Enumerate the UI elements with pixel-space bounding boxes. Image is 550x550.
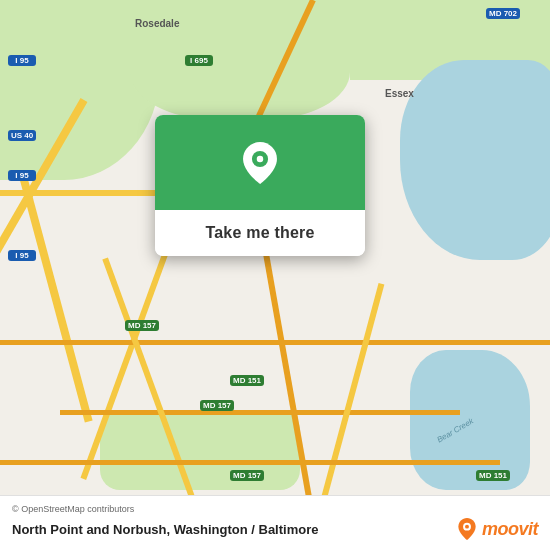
location-name: North Point and Norbush, Washington / Ba… <box>12 522 318 537</box>
road-shield-md151-1: MD 151 <box>230 375 264 386</box>
attribution-text: © OpenStreetMap contributors <box>12 504 538 514</box>
road-shield-md157-1: MD 157 <box>125 320 159 331</box>
popup-card: Take me there <box>155 115 365 256</box>
map-background: Rosedale Essex Bear Creek MD 702 I 95 US… <box>0 0 550 550</box>
road-shield-md157-3: MD 157 <box>230 470 264 481</box>
bottom-bar: © OpenStreetMap contributors North Point… <box>0 495 550 550</box>
road <box>60 410 460 415</box>
map-container: Rosedale Essex Bear Creek MD 702 I 95 US… <box>0 0 550 550</box>
popup-header <box>155 115 365 210</box>
moovit-pin-icon <box>456 518 478 540</box>
road-shield-md695: I 695 <box>185 55 213 66</box>
road-shield-i95-2: I 95 <box>8 170 36 181</box>
take-me-there-button[interactable]: Take me there <box>155 210 365 256</box>
road-shield-md157-2: MD 157 <box>200 400 234 411</box>
water-body <box>400 60 550 260</box>
road-shield-md151-2: MD 151 <box>476 470 510 481</box>
road-shield-us40: US 40 <box>8 130 36 141</box>
road-shield-md702: MD 702 <box>486 8 520 19</box>
road-shield-i95-3: I 95 <box>8 250 36 261</box>
green-area <box>130 0 350 120</box>
location-pin-icon <box>239 142 281 184</box>
moovit-brand-text: moovit <box>482 519 538 540</box>
bottom-info: North Point and Norbush, Washington / Ba… <box>12 518 538 540</box>
road <box>20 179 92 423</box>
road-shield-i95: I 95 <box>8 55 36 66</box>
moovit-logo: moovit <box>456 518 538 540</box>
green-area <box>100 410 300 490</box>
road <box>0 460 500 465</box>
road <box>0 340 550 345</box>
svg-point-1 <box>257 155 263 161</box>
svg-point-3 <box>465 525 469 529</box>
